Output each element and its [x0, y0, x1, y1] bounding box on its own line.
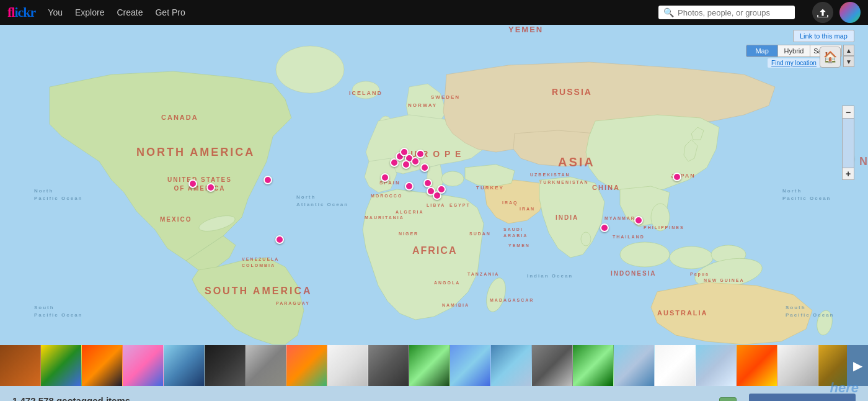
bottom-bar: 1,472,578 geotagged items Sort by: Inter…	[0, 386, 868, 401]
map-pin[interactable]	[264, 176, 272, 184]
north-indicator: N	[859, 155, 867, 168]
flickr-logo[interactable]: flickr	[7, 4, 35, 20]
photo-thumb-3[interactable]	[82, 345, 123, 386]
photo-thumb-10[interactable]	[368, 345, 409, 386]
map-pin[interactable]	[275, 235, 284, 244]
map-icon-button[interactable]	[719, 397, 737, 401]
map-pin[interactable]	[381, 173, 389, 182]
upload-button[interactable]	[812, 2, 833, 23]
photo-thumb-2[interactable]	[41, 345, 82, 386]
zoom-slider-track	[842, 118, 854, 168]
svg-point-1	[276, 46, 344, 93]
link-to-map-btn[interactable]: Link to this map	[793, 30, 854, 42]
photo-thumb-1[interactable]	[0, 345, 41, 386]
map-scroll-up-btn[interactable]: ▲	[843, 45, 854, 56]
photo-thumb-8[interactable]	[286, 345, 327, 386]
here-watermark: here	[830, 380, 859, 396]
map-pin[interactable]	[673, 173, 681, 181]
map-pin[interactable]	[402, 160, 410, 169]
svg-point-2	[352, 81, 379, 99]
upload-icon	[817, 7, 829, 17]
geotagged-info: 1,472,578 geotagged items Sort by: Inter…	[12, 395, 707, 401]
svg-point-6	[651, 204, 670, 231]
header-icons	[812, 2, 861, 23]
map-pin[interactable]	[416, 150, 425, 158]
nav-create[interactable]: Create	[117, 7, 143, 17]
header: flickr You Explore Create Get Pro 🔍	[0, 0, 868, 25]
map-pin[interactable]	[206, 183, 215, 192]
map-pin[interactable]	[405, 182, 414, 191]
photo-thumb-18[interactable]	[696, 345, 737, 386]
photo-strip: ▶	[0, 345, 868, 386]
photo-thumb-6[interactable]	[205, 345, 246, 386]
photo-thumb-5[interactable]	[164, 345, 205, 386]
svg-point-13	[581, 232, 591, 246]
user-avatar[interactable]	[839, 2, 861, 23]
zoom-in-btn[interactable]: +	[842, 168, 854, 180]
map-pin[interactable]	[634, 216, 643, 225]
zoom-out-btn[interactable]: −	[842, 106, 854, 118]
map-pin[interactable]	[437, 185, 446, 194]
photo-thumb-4[interactable]	[123, 345, 164, 386]
photo-thumb-17[interactable]	[655, 345, 696, 386]
photo-thumb-11[interactable]	[409, 345, 450, 386]
photo-thumb-19[interactable]	[737, 345, 777, 386]
search-icon: 🔍	[663, 7, 674, 17]
photo-thumb-20[interactable]	[777, 345, 818, 386]
photo-thumb-14[interactable]	[532, 345, 573, 386]
map-type-map-btn[interactable]: Map	[746, 45, 778, 56]
search-bar: 🔍	[658, 6, 795, 19]
map-pin[interactable]	[423, 179, 432, 187]
world-map	[0, 25, 868, 345]
search-input[interactable]	[678, 8, 789, 17]
nav-getpro[interactable]: Get Pro	[155, 7, 185, 17]
photo-thumb-9[interactable]	[327, 345, 368, 386]
nav-you[interactable]: You	[48, 7, 63, 17]
photo-thumb-15[interactable]	[573, 345, 614, 386]
photo-thumb-12[interactable]	[450, 345, 491, 386]
home-btn[interactable]: 🏠	[820, 47, 841, 68]
map-type-hybrid-btn[interactable]: Hybrid	[778, 45, 810, 56]
map-pin[interactable]	[411, 157, 420, 166]
find-location-btn[interactable]: Find my location	[768, 58, 820, 68]
map-pin[interactable]	[600, 223, 609, 232]
photo-thumb-13[interactable]	[491, 345, 532, 386]
map-scroll-down-btn[interactable]: ▼	[843, 56, 854, 67]
svg-point-14	[441, 171, 464, 186]
zoom-controls: − +	[842, 106, 854, 180]
map-pin[interactable]	[420, 163, 429, 172]
svg-point-7	[620, 242, 670, 267]
map-pin[interactable]	[188, 179, 197, 188]
photo-thumb-7[interactable]	[246, 345, 286, 386]
nav-explore[interactable]: Explore	[75, 7, 104, 17]
photo-thumb-16[interactable]	[614, 345, 655, 386]
map-container[interactable]: NORTH AMERICA SOUTH AMERICA E U R O P E …	[0, 25, 868, 345]
svg-point-8	[670, 246, 713, 269]
geotagged-count: 1,472,578 geotagged items	[12, 395, 707, 401]
